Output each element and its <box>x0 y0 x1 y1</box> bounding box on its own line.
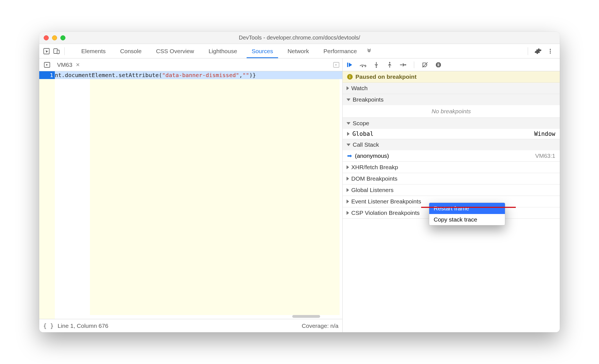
callstack-context-menu: Restart frame Copy stack trace <box>429 203 505 225</box>
svg-rect-14 <box>439 63 439 66</box>
scope-name: Global <box>352 131 374 137</box>
step-over-icon[interactable] <box>359 61 367 68</box>
chevron-right-icon <box>347 211 349 215</box>
code-fragment: , <box>239 72 242 78</box>
pause-exceptions-icon[interactable] <box>435 61 442 68</box>
tab-label: Network <box>288 48 309 55</box>
info-icon: i <box>347 74 353 80</box>
code-fragment: nt.documentElement.setAttribute( <box>55 72 162 78</box>
device-toolbar-icon[interactable] <box>51 46 62 56</box>
context-menu-restart-frame[interactable]: Restart frame <box>429 203 505 214</box>
call-stack-frame[interactable]: ➡ (anonymous) VM63:1 <box>343 150 560 161</box>
close-file-icon[interactable]: ✕ <box>76 62 80 68</box>
chevron-right-icon <box>347 86 349 90</box>
scope-global-row[interactable]: Global Window <box>343 129 560 139</box>
devtools-window: DevTools - developer.chrome.com/docs/dev… <box>39 32 560 332</box>
svg-rect-2 <box>57 50 59 54</box>
svg-rect-13 <box>438 63 438 66</box>
pretty-print-icon[interactable]: { } <box>43 323 54 329</box>
editor-statusbar: { } Line 1, Column 676 Coverage: n/a <box>39 319 342 332</box>
settings-gear-icon[interactable] <box>533 46 543 56</box>
context-menu-copy-stack-trace[interactable]: Copy stack trace <box>429 214 505 225</box>
code-string: "data-banner-dismissed" <box>162 72 239 78</box>
divider <box>64 47 65 55</box>
annotation-strikethrough <box>421 207 516 208</box>
no-breakpoints-text: No breakpoints <box>343 105 560 117</box>
window-title: DevTools - developer.chrome.com/docs/dev… <box>39 35 560 41</box>
chevron-right-icon <box>347 132 350 136</box>
svg-point-10 <box>376 66 377 68</box>
section-title: Global Listeners <box>351 187 394 193</box>
debugger-toolbar <box>343 58 560 71</box>
divider <box>414 62 414 68</box>
paused-text: Paused on breakpoint <box>355 73 416 80</box>
svg-point-5 <box>550 52 551 53</box>
svg-point-9 <box>362 66 363 67</box>
tab-network[interactable]: Network <box>280 44 316 58</box>
devtools-tabs: Elements Console CSS Overview Lighthouse… <box>39 44 560 58</box>
tab-label: Sources <box>252 48 273 55</box>
resume-icon[interactable] <box>346 61 353 68</box>
code-line-1[interactable]: nt.documentElement.setAttribute( "data-b… <box>55 71 342 79</box>
section-callstack[interactable]: Call Stack ➡ (anonymous) VM63:1 <box>343 139 560 162</box>
chevron-right-icon <box>347 177 349 181</box>
section-breakpoints[interactable]: Breakpoints No breakpoints <box>343 94 560 118</box>
chevron-right-icon <box>347 165 349 169</box>
deactivate-breakpoints-icon[interactable] <box>421 61 429 68</box>
sources-left-pane: VM63 ✕ 1 nt.documentElement.setAttribute… <box>39 58 343 332</box>
section-global-listeners[interactable]: Global Listeners <box>343 185 560 196</box>
tab-label: CSS Overview <box>156 48 194 55</box>
step-out-icon[interactable] <box>386 61 393 68</box>
line-number[interactable]: 1 <box>39 71 55 79</box>
tab-console[interactable]: Console <box>113 44 149 58</box>
code-fragment: )} <box>249 72 256 78</box>
frame-location: VM63:1 <box>535 153 555 159</box>
section-title: Breakpoints <box>353 96 384 103</box>
snippets-run-icon[interactable] <box>333 62 340 68</box>
chevron-right-icon <box>347 188 349 192</box>
chevron-down-icon <box>347 122 350 125</box>
svg-point-3 <box>550 49 551 50</box>
file-tab-label: VM63 <box>57 62 72 68</box>
tab-performance[interactable]: Performance <box>316 44 364 58</box>
editor-tab-strip: VM63 ✕ <box>39 58 342 71</box>
section-title: Watch <box>351 85 368 92</box>
section-dom-breakpoints[interactable]: DOM Breakpoints <box>343 173 560 185</box>
section-scope[interactable]: Scope Global Window <box>343 118 560 139</box>
navigator-toggle-icon[interactable] <box>42 60 52 70</box>
tab-elements[interactable]: Elements <box>74 44 113 58</box>
section-watch[interactable]: Watch <box>343 83 560 94</box>
tab-label: Elements <box>81 48 106 55</box>
inspect-icon[interactable] <box>41 46 51 56</box>
section-title: Event Listener Breakpoints <box>351 198 421 205</box>
chevron-right-icon <box>347 200 349 203</box>
svg-point-12 <box>405 64 406 65</box>
step-into-icon[interactable] <box>373 61 380 68</box>
tab-sources[interactable]: Sources <box>244 44 280 58</box>
section-title: DOM Breakpoints <box>351 175 397 182</box>
svg-point-4 <box>550 50 551 51</box>
current-frame-arrow-icon: ➡ <box>347 153 352 159</box>
horizontal-scrollbar[interactable] <box>292 315 320 318</box>
titlebar: DevTools - developer.chrome.com/docs/dev… <box>39 32 560 44</box>
coverage-status: Coverage: n/a <box>302 323 338 329</box>
kebab-menu-icon[interactable] <box>545 46 555 56</box>
svg-rect-1 <box>54 49 57 53</box>
file-tab-vm63[interactable]: VM63 ✕ <box>57 62 80 68</box>
editor-background <box>90 79 340 315</box>
section-title: Call Stack <box>353 141 379 148</box>
frame-name: (anonymous) <box>355 153 389 159</box>
tab-label: Console <box>120 48 142 55</box>
section-title: CSP Violation Breakpoints <box>351 210 420 216</box>
step-icon[interactable] <box>399 61 407 68</box>
svg-rect-8 <box>347 63 348 67</box>
chevron-down-icon <box>347 99 350 101</box>
code-string: "" <box>242 72 249 78</box>
debugger-pane: i Paused on breakpoint Watch Breakpoints… <box>343 58 560 332</box>
more-tabs-icon[interactable] <box>364 44 374 58</box>
chevron-down-icon <box>347 144 350 146</box>
section-xhr-breakpoints[interactable]: XHR/fetch Breakp <box>343 162 560 173</box>
tab-lighthouse[interactable]: Lighthouse <box>201 44 244 58</box>
code-editor[interactable]: 1 nt.documentElement.setAttribute( "data… <box>39 71 342 319</box>
tab-css-overview[interactable]: CSS Overview <box>149 44 202 58</box>
